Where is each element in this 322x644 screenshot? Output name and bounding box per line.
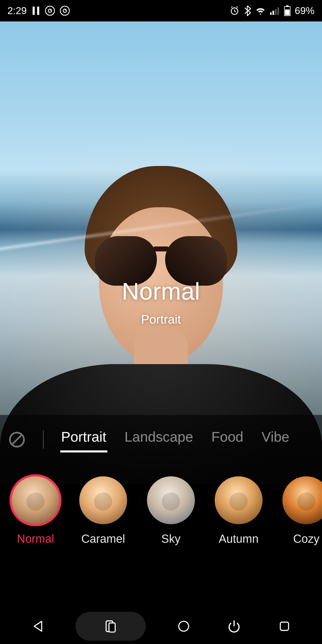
svg-point-5 [60, 6, 69, 16]
tab-portrait[interactable]: Portrait [60, 426, 107, 452]
no-filter-button[interactable] [8, 430, 26, 449]
svg-point-2 [46, 6, 54, 16]
svg-point-20 [179, 621, 188, 631]
status-bar: 2:29 [0, 0, 322, 22]
svg-point-4 [50, 9, 52, 10]
svg-rect-15 [285, 10, 290, 15]
nav-overview-button[interactable] [272, 614, 297, 639]
filter-thumb [215, 476, 262, 524]
filter-controls-tray: Portrait Landscape Food Vibe Normal Cara… [0, 415, 322, 609]
svg-line-17 [12, 434, 22, 444]
category-tabs: Portrait Landscape Food Vibe [0, 422, 322, 461]
nav-lens-switch-button[interactable] [76, 612, 146, 641]
nav-power-button[interactable] [222, 614, 246, 639]
camera-viewfinder[interactable]: Normal Portrait [0, 22, 322, 484]
filter-sky[interactable]: Sky [146, 476, 196, 546]
filter-label: Caramel [78, 533, 128, 546]
svg-rect-0 [32, 7, 34, 15]
svg-rect-1 [37, 7, 39, 15]
divider [43, 430, 44, 448]
pause-icon [32, 6, 40, 16]
filter-label: Cozy [282, 533, 322, 546]
status-time: 2:29 [8, 5, 26, 16]
live-preview [0, 22, 322, 484]
filter-thumb [79, 476, 127, 524]
filter-thumb [147, 476, 195, 524]
status-right: 69% [230, 5, 314, 16]
bluetooth-icon [244, 5, 251, 16]
tab-landscape[interactable]: Landscape [124, 426, 194, 452]
wifi-icon [255, 7, 266, 15]
svg-rect-11 [275, 9, 276, 15]
svg-rect-21 [280, 622, 289, 630]
status-battery-pct: 69% [295, 5, 314, 16]
nav-back-button[interactable] [25, 614, 50, 639]
tab-food[interactable]: Food [210, 426, 244, 452]
svg-point-7 [65, 9, 66, 10]
filter-label: Normal [11, 533, 60, 546]
device-frame: 2:29 [0, 0, 322, 644]
filter-carousel[interactable]: Normal Caramel Sky Autumn Cozy [0, 461, 322, 546]
app-icon-a [60, 6, 70, 16]
battery-icon [284, 5, 291, 16]
system-nav-bar [0, 608, 322, 644]
svg-rect-12 [278, 8, 279, 15]
nav-home-button[interactable] [171, 614, 196, 639]
filter-normal[interactable]: Normal [11, 476, 60, 546]
filter-label: Sky [146, 533, 196, 546]
svg-rect-10 [272, 11, 274, 15]
svg-rect-9 [270, 12, 272, 15]
filter-label: Autumn [214, 533, 264, 546]
alarm-icon [230, 6, 239, 16]
filter-cozy[interactable]: Cozy [282, 476, 322, 546]
filter-caramel[interactable]: Caramel [78, 476, 128, 546]
filter-autumn[interactable]: Autumn [214, 476, 264, 546]
status-left: 2:29 [8, 5, 70, 16]
tab-vibe[interactable]: Vibe [261, 426, 290, 452]
app-icon-a [45, 6, 55, 16]
signal-icon [270, 7, 280, 15]
filter-thumb [12, 476, 60, 524]
filter-thumb [282, 476, 322, 524]
svg-rect-19 [109, 623, 115, 632]
